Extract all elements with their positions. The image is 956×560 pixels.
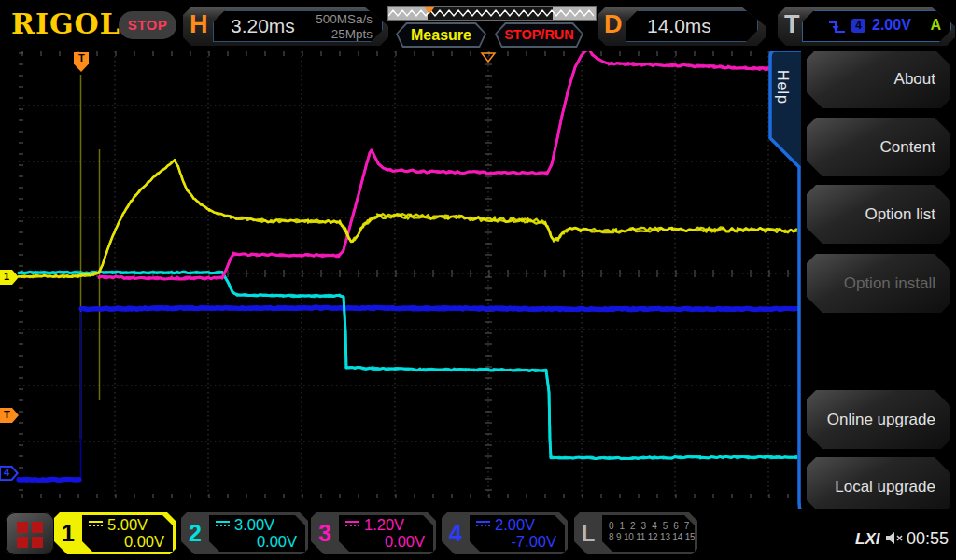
menu-button-online-upgrade[interactable]: Online upgrade xyxy=(807,390,950,449)
sample-rate: 500MSa/s xyxy=(316,12,373,27)
trigger-flag-label: T xyxy=(78,52,85,63)
delay-panel[interactable]: D 14.0ms xyxy=(598,7,766,46)
acquisition-rates: 500MSa/s 25Mpts xyxy=(316,12,373,42)
oscilloscope-screen: 1 T 4 T Help About Content Option list O… xyxy=(0,0,956,560)
horizontal-label: H xyxy=(190,10,208,39)
logic-channels-readout: 0 1 2 3 4 5 6 7 8 9 10 11 12 13 14 15 xyxy=(602,515,695,552)
channel-offset: 0.00V xyxy=(209,533,305,551)
lxi-indicator: LXI xyxy=(855,530,879,549)
menu-button-option-list[interactable]: Option list xyxy=(807,185,950,244)
dc-coupling-icon xyxy=(89,521,103,528)
run-state-badge: STOP xyxy=(119,11,176,39)
logic-analyzer-tab[interactable]: L 0 1 2 3 4 5 6 7 8 9 10 11 12 13 14 15 xyxy=(574,512,697,554)
channel-number: 3 xyxy=(311,512,339,554)
waveform-memory-position-bar[interactable] xyxy=(387,6,597,21)
horizontal-readout: 3.20ms 500MSa/s 25Mpts xyxy=(213,10,383,42)
trigger-sweep-mode: A xyxy=(930,17,941,34)
memory-position-marker xyxy=(424,7,435,14)
trigger-status-panel[interactable]: T 4 2.00V A xyxy=(778,7,955,46)
dc-coupling-icon xyxy=(345,521,359,528)
menu-grid-icon xyxy=(17,537,28,548)
trigger-source-badge: 4 xyxy=(851,19,865,33)
channel-offset: -7.00V xyxy=(470,533,565,551)
dc-coupling-icon xyxy=(216,521,230,528)
channel-readout: 3.00V 0.00V xyxy=(209,515,305,552)
memory-depth: 25Mpts xyxy=(316,27,373,42)
menu-grid-icon xyxy=(32,537,43,548)
channel-offset: 0.00V xyxy=(82,533,173,551)
logic-label: L xyxy=(574,512,602,554)
digital-channels-row1: 0 1 2 3 4 5 6 7 xyxy=(602,515,695,532)
channel-4-tab[interactable]: 4 2.00V -7.00V xyxy=(442,512,568,554)
top-status-bar: RIGOL STOP H 3.20ms 500MSa/s 25Mpts Meas… xyxy=(0,0,956,51)
bottom-status-bar: 1 5.00V 0.00V 2 3.00V 0.00V 3 1.20V 0.00… xyxy=(0,509,956,560)
menu-button-local-upgrade[interactable]: Local upgrade xyxy=(807,457,950,516)
help-tab[interactable]: Help xyxy=(767,49,801,169)
timebase-value: 3.20ms xyxy=(231,15,295,37)
trigger-readout: 4 2.00V A xyxy=(802,10,951,42)
horizontal-settings-panel[interactable]: H 3.20ms 500MSa/s 25Mpts xyxy=(183,7,388,46)
delay-readout: 14.0ms xyxy=(626,10,758,42)
menu-button-content[interactable]: Content xyxy=(807,118,950,176)
menu-grid-icon xyxy=(17,522,28,533)
channel-readout: 1.20V 0.00V xyxy=(339,515,433,552)
marker-label: 1 xyxy=(4,271,9,282)
channel-scale: 5.00V xyxy=(107,516,148,533)
menu-button-about[interactable]: About xyxy=(807,49,950,108)
marker-label: T xyxy=(4,409,10,420)
channel-1-tab[interactable]: 1 5.00V 0.00V xyxy=(54,512,176,554)
channel-scale: 1.20V xyxy=(364,516,404,533)
help-tab-label: Help xyxy=(774,70,791,105)
trigger-label: T xyxy=(784,10,800,39)
stop-run-button[interactable]: STOP/RUN xyxy=(495,22,583,48)
measure-button[interactable]: Measure xyxy=(396,22,486,48)
speaker-muted-icon xyxy=(884,530,904,546)
menu-grid-button[interactable] xyxy=(6,512,54,555)
trigger-level-value: 2.00V xyxy=(872,17,911,34)
channel-scale: 3.00V xyxy=(234,516,274,533)
memory-waveform-icon xyxy=(388,7,594,19)
clock: 00:55 xyxy=(907,529,949,549)
channel-number: 1 xyxy=(54,512,82,554)
digital-channels-row2: 8 9 10 11 12 13 14 15 xyxy=(602,532,695,543)
delay-value: 14.0ms xyxy=(647,15,711,37)
channel-readout: 2.00V -7.00V xyxy=(470,515,565,552)
rigol-logo: RIGOL xyxy=(11,7,120,40)
channel-offset: 0.00V xyxy=(339,533,433,551)
channel-readout: 5.00V 0.00V xyxy=(82,515,173,552)
delay-label: D xyxy=(604,10,623,39)
menu-button-option-install[interactable]: Option install xyxy=(807,254,950,313)
channel-number: 2 xyxy=(181,512,209,554)
channel-scale: 2.00V xyxy=(495,516,535,533)
menu-grid-icon xyxy=(32,522,43,533)
channel-number: 4 xyxy=(442,512,470,554)
trigger-falling-edge-icon xyxy=(827,19,848,35)
marker-label: 4 xyxy=(4,467,9,478)
channel-2-tab[interactable]: 2 3.00V 0.00V xyxy=(181,512,308,554)
channel-3-tab[interactable]: 3 1.20V 0.00V xyxy=(311,512,436,554)
dc-coupling-icon xyxy=(476,521,490,528)
